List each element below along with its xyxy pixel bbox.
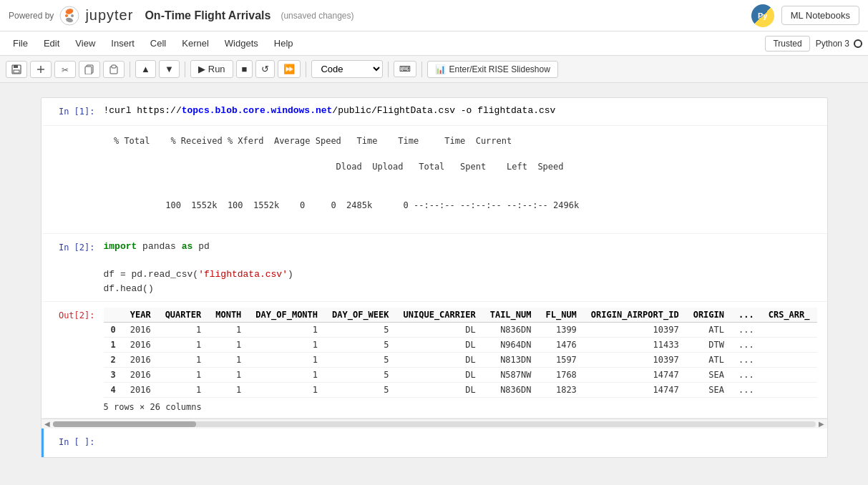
col-header-ellipsis: ... <box>731 308 761 323</box>
separator-4 <box>388 62 389 77</box>
svg-text:✂: ✂ <box>62 65 69 74</box>
menu-file[interactable]: File <box>6 35 35 52</box>
move-up-button[interactable]: ▲ <box>135 60 156 78</box>
header-right: Py ML Notebooks <box>751 4 859 27</box>
cell-2-content[interactable]: import pandas as pd df = pd.read_csv('fl… <box>101 234 827 301</box>
cell-type-select[interactable]: Code Markdown Raw <box>311 60 383 78</box>
jupyter-brand: jupyter <box>85 7 133 24</box>
cell-1-output-content: % Total % Received % Xferd Average Speed… <box>101 126 827 233</box>
cell-idx: 1 <box>104 338 123 353</box>
cell-year: 2016 <box>123 383 158 398</box>
cell-3-input[interactable] <box>104 434 821 451</box>
cell-2-output-label: Out[2]: <box>44 302 101 418</box>
cell-tail: N836DN <box>483 383 539 398</box>
table-row: 3 2016 1 1 1 5 DL N587NW 1768 14747 SEA <box>104 368 817 383</box>
menu-kernel[interactable]: Kernel <box>175 35 216 52</box>
plus-icon <box>36 64 46 74</box>
run-button[interactable]: ▶ Run <box>190 60 233 78</box>
run-icon: ▶ <box>198 64 205 74</box>
cell-day-month: 1 <box>248 368 325 383</box>
menu-view[interactable]: View <box>68 35 102 52</box>
col-header-origin: ORIGIN <box>686 308 731 323</box>
svg-rect-15 <box>112 65 116 68</box>
col-header-year: YEAR <box>123 308 158 323</box>
cell-quarter: 1 <box>158 383 209 398</box>
rise-slideshow-button[interactable]: 📊 Enter/Exit RISE Slideshow <box>427 61 557 78</box>
cell-1-code: !curl https://topcs.blob.core.windows.ne… <box>104 104 821 118</box>
cell-tail: N813DN <box>483 353 539 368</box>
cell-idx: 2 <box>104 353 123 368</box>
python-logo-icon: Py <box>751 4 774 27</box>
cell-day-month: 1 <box>248 338 325 353</box>
cell-quarter: 1 <box>158 353 209 368</box>
menu-insert[interactable]: Insert <box>104 35 142 52</box>
cut-button[interactable]: ✂ <box>54 61 76 78</box>
cell-quarter: 1 <box>158 368 209 383</box>
scroll-track[interactable] <box>53 421 816 427</box>
col-header-index <box>104 308 123 323</box>
cell-quarter: 1 <box>158 323 209 338</box>
cell-origin-id: 14747 <box>584 368 686 383</box>
dataframe-table-wrap: YEAR QUARTER MONTH DAY_OF_MONTH DAY_OF_W… <box>104 308 821 398</box>
cell-origin-id: 10397 <box>584 323 686 338</box>
move-down-button[interactable]: ▼ <box>159 60 180 78</box>
top-header: Powered by jupyter On-Time Flight Arriva… <box>0 0 868 31</box>
cell-origin-id: 10397 <box>584 353 686 368</box>
scroll-thumb[interactable] <box>53 421 196 427</box>
menu-help[interactable]: Help <box>267 35 301 52</box>
menu-widgets[interactable]: Widgets <box>218 35 265 52</box>
keyboard-shortcuts-button[interactable]: ⌨ <box>394 61 416 77</box>
notebook-area: In [1]: !curl https://topcs.blob.core.wi… <box>0 83 868 484</box>
add-cell-button[interactable] <box>30 61 52 78</box>
cell-2: In [2]: import pandas as pd df = pd.read… <box>42 234 827 302</box>
menu-edit[interactable]: Edit <box>36 35 67 52</box>
cell-ellipsis: ... <box>731 368 761 383</box>
cell-crs <box>761 383 817 398</box>
unsaved-badge: (unsaved changes) <box>281 11 353 21</box>
run-label: Run <box>208 64 225 74</box>
cell-month: 1 <box>208 353 248 368</box>
restart-button[interactable]: ↺ <box>255 60 275 78</box>
cell-fl: 1597 <box>538 353 583 368</box>
toolbar: ✂ ▲ ▼ ▶ Run ■ ↺ ⏩ Code Markdown Raw ⌨ 📊 … <box>0 56 868 83</box>
cell-3-content[interactable] <box>101 428 827 457</box>
horizontal-scrollbar[interactable]: ◀ ▶ <box>42 418 827 428</box>
trusted-button[interactable]: Trusted <box>765 36 809 52</box>
menu-cell[interactable]: Cell <box>143 35 173 52</box>
cell-year: 2016 <box>123 338 158 353</box>
dataframe-table: YEAR QUARTER MONTH DAY_OF_MONTH DAY_OF_W… <box>104 308 817 398</box>
cell-1-output-label <box>44 126 101 233</box>
save-button[interactable] <box>6 61 27 78</box>
cell-2-code: import pandas as pd df = pd.read_csv('fl… <box>104 240 821 295</box>
cell-1-output: % Total % Received % Xferd Average Speed… <box>42 126 827 234</box>
svg-point-5 <box>66 16 74 22</box>
cell-fl: 1823 <box>538 383 583 398</box>
cell-quarter: 1 <box>158 338 209 353</box>
scroll-right-arrow[interactable]: ▶ <box>819 420 824 428</box>
svg-rect-8 <box>14 70 19 73</box>
cell-1-content[interactable]: !curl https://topcs.blob.core.windows.ne… <box>101 98 827 125</box>
cell-month: 1 <box>208 368 248 383</box>
cell-idx: 4 <box>104 383 123 398</box>
cell-tail: N587NW <box>483 368 539 383</box>
powered-by-label: Powered by <box>9 11 54 21</box>
svg-point-4 <box>71 14 74 17</box>
svg-point-3 <box>65 14 68 17</box>
scroll-left-arrow[interactable]: ◀ <box>44 420 50 428</box>
rise-label: Enter/Exit RISE Slideshow <box>449 64 550 74</box>
cell-fl: 1476 <box>538 338 583 353</box>
copy-button[interactable] <box>79 61 100 78</box>
cell-origin: SEA <box>686 383 731 398</box>
fast-forward-button[interactable]: ⏩ <box>278 60 301 78</box>
table-row: 0 2016 1 1 1 5 DL N836DN 1399 10397 ATL <box>104 323 817 338</box>
col-header-day-of-month: DAY_OF_MONTH <box>248 308 325 323</box>
kernel-indicator: Python 3 <box>816 39 862 49</box>
col-header-tail-num: TAIL_NUM <box>483 308 539 323</box>
dataframe-summary: 5 rows × 26 columns <box>104 402 821 412</box>
stop-button[interactable]: ■ <box>236 60 253 78</box>
cell-idx: 0 <box>104 323 123 338</box>
cell-crs <box>761 368 817 383</box>
col-header-unique-carrier: UNIQUE_CARRIER <box>396 308 483 323</box>
ml-notebooks-button[interactable]: ML Notebooks <box>781 6 859 25</box>
paste-button[interactable] <box>103 61 125 78</box>
